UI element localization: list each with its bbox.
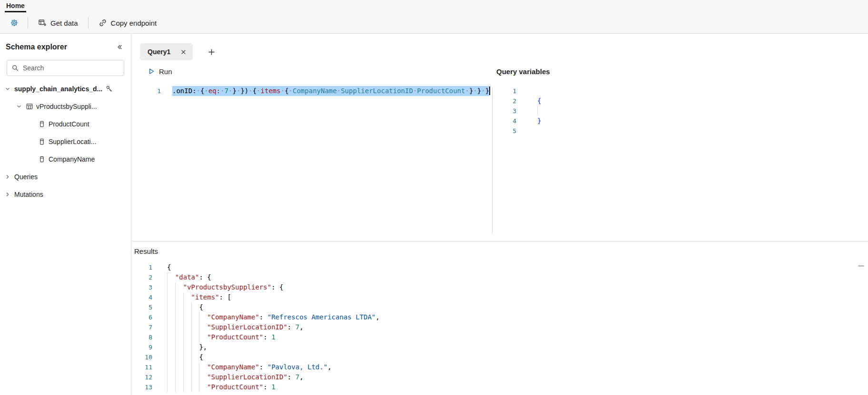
tree-item-queries[interactable]: Queries [0,168,131,185]
query-tab-strip: Query1 [131,34,868,60]
query-editor-pane: Run 1 .onID:·{·eq:·7·}·})·{·items·{·Comp… [131,60,492,241]
results-line: 9}, [131,342,868,352]
variables-line: 4} [493,116,868,126]
link-icon [99,19,107,27]
column-icon [38,155,46,163]
main-area: Query1 [131,34,868,395]
tree-item-label: supply_chain_analytics_d... [14,85,102,93]
get-data-button[interactable]: Get data [33,16,83,30]
query-editor[interactable]: 1 .onID:·{·eq:·7·}·})·{·items·{·CompanyN… [131,82,492,96]
text-cursor [489,87,490,95]
results-line: 2"data": { [131,272,868,282]
tree-item-supplierlocati[interactable]: SupplierLocati... [0,133,131,150]
tree-item-companyname[interactable]: CompanyName [0,150,131,168]
get-data-label: Get data [50,19,78,27]
results-line: 3"vProductsbySuppliers": { [131,282,868,292]
ribbon-toolbar: Get data Copy endpoint [0,12,868,34]
results-line: 10{ [131,352,868,362]
schema-explorer-panel: Schema explorer supply_chain_analytics_d… [0,34,131,395]
results-line: 11"CompanyName": "Pavlova, Ltd.", [131,362,868,372]
chevron-right-icon[interactable] [4,173,11,181]
results-line: 8"ProductCount": 1 [131,332,868,342]
close-tab-button[interactable] [180,48,187,56]
variables-line: 2{ [493,96,868,106]
tree-item-productcount[interactable]: ProductCount [0,115,131,133]
editor-line-number: 1 [131,86,161,96]
toolbar-divider [88,17,89,29]
query-code-row: 1 .onID:·{·eq:·7·}·})·{·items·{·CompanyN… [131,86,492,96]
copy-endpoint-button[interactable]: Copy endpoint [94,16,162,30]
selected-code-text: .onID:·{·eq:·7·}·})·{·items·{·CompanyNam… [172,86,489,96]
tree-item-label: CompanyName [49,155,95,163]
search-input[interactable] [23,64,119,72]
results-viewer[interactable]: 1{2"data": {3"vProductsbySuppliers": {4"… [131,260,868,395]
tree-item-supply-chain-analytics-d[interactable]: supply_chain_analytics_d... [0,80,131,97]
key-icon [105,85,113,93]
play-icon [148,67,155,75]
variables-line: 5 [493,126,868,136]
tab-home-label: Home [6,2,25,10]
results-line: 5{ [131,302,868,312]
search-box [7,60,124,76]
plus-icon [207,48,215,56]
run-label: Run [159,67,172,76]
top-tab-bar: Home [0,0,868,12]
schema-explorer-title: Schema explorer [6,43,67,51]
variables-line: 3 [493,106,868,116]
tree-item-mutations[interactable]: Mutations [0,185,131,203]
results-panel: Results 1{2"data": {3"vProductsbySupplie… [131,241,868,395]
tab-home[interactable]: Home [5,1,26,12]
toolbar-divider [28,17,28,29]
editor-split: Run 1 .onID:·{·eq:·7·}·})·{·items·{·Comp… [131,60,868,241]
query-code-line: .onID:·{·eq:·7·}·})·{·items·{·CompanyNam… [161,86,490,96]
query-variables-pane: Query variables 12{34}5 [493,60,868,241]
results-line: 1{ [131,262,868,272]
collapse-sidebar-button[interactable] [114,41,125,53]
copy-endpoint-label: Copy endpoint [111,19,157,27]
variables-line: 1 [493,86,868,96]
table-icon [26,103,33,110]
tree-item-label: SupplierLocati... [49,138,96,145]
results-line: 6"CompanyName": "Refrescos Americanas LT… [131,312,868,322]
run-button[interactable]: Run [145,66,175,77]
tree-item-label: vProductsbySuppli... [36,103,97,110]
column-icon [38,120,46,128]
results-line: 7"SupplierLocationID": 7, [131,322,868,332]
tree-item-vproductsbysuppli[interactable]: vProductsbySuppli... [0,97,131,115]
results-scrollbar-thumb[interactable] [858,265,864,267]
double-chevron-left-icon [116,43,123,51]
chevron-down-icon[interactable] [15,103,23,110]
results-line: 13"ProductCount": 1 [131,382,868,392]
results-line: 4"items": [ [131,292,868,302]
tab-query1[interactable]: Query1 [140,43,193,60]
results-title: Results [134,247,158,255]
close-icon [181,49,186,55]
settings-button[interactable] [6,16,22,29]
search-icon [11,64,19,72]
query-variables-editor[interactable]: 12{34}5 [493,82,868,136]
results-line: 12"SupplierLocationID": 7, [131,372,868,382]
chevron-down-icon[interactable] [4,85,11,93]
chevron-right-icon[interactable] [4,191,11,198]
query-variables-title: Query variables [496,67,550,76]
get-data-table-icon [38,19,47,27]
tab-query1-label: Query1 [148,48,170,56]
tree-item-label: Mutations [14,191,43,198]
gear-icon [10,19,18,27]
tree-item-label: ProductCount [49,120,89,128]
schema-tree: supply_chain_analytics_d...vProductsbySu… [0,80,131,203]
new-tab-button[interactable] [204,43,218,60]
tree-item-label: Queries [14,173,38,181]
column-icon [38,138,46,145]
